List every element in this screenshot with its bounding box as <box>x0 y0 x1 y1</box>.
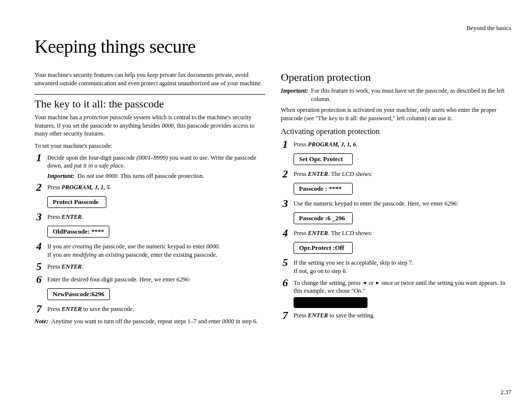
right-p1: When operation protection is activated o… <box>281 106 511 122</box>
step-number: 5 <box>34 261 43 272</box>
right-important: Important: For this feature to work, you… <box>281 87 511 103</box>
lcd-passcode-blank: Passcode : **** <box>294 183 353 195</box>
lcd-passcode-entry: Passcode :6 _296 <box>294 212 353 224</box>
step-number: 7 <box>281 310 290 321</box>
right-step-1: 1 Press PROGRAM, J, 1, 6. <box>281 139 511 150</box>
page-title: Keeping things secure <box>34 35 511 57</box>
right-step-6: 6 To change the setting, press ◄ or ► on… <box>281 277 511 295</box>
important-note: Important: Do not use 0000. This turns o… <box>47 172 265 180</box>
sub-heading-activating: Activating operation protection <box>281 127 511 136</box>
lead-text: To set your machine's passcode: <box>34 142 265 150</box>
step-number: 6 <box>34 274 43 285</box>
step-number: 1 <box>281 139 290 150</box>
right-arrow-icon: ► <box>375 279 380 286</box>
step-number: 4 <box>34 241 43 252</box>
lcd-set-opr-protect: Set Opr. Protect <box>294 153 353 165</box>
lcd-old-passcode: OldPasscode: **** <box>47 226 109 238</box>
left-column: Your machine's security features can hel… <box>34 71 265 325</box>
right-step-3: 3 Use the numeric keypad to enter the pa… <box>281 198 511 209</box>
left-arrow-icon: ◄ <box>362 279 367 286</box>
left-step-1: 1 Decide upon the four-digit passcode (0… <box>34 152 265 170</box>
lcd-opr-protect-off: Opr.Protect :Off <box>294 242 353 254</box>
lcd-protect-passcode: Protect Passcode <box>47 196 106 208</box>
step-number: 3 <box>281 198 290 209</box>
step-number: 4 <box>281 228 290 239</box>
left-step-5: 5 Press ENTER. <box>34 261 265 272</box>
left-step-7: 7 Press ENTER to save the passcode. <box>34 304 265 314</box>
lcd-redacted <box>294 297 367 308</box>
passcode-intro: Your machine has a protection passcode s… <box>34 113 265 138</box>
right-step-2: 2 Press ENTER. The LCD shows: <box>281 169 511 179</box>
intro-text: Your machine's security features can hel… <box>34 71 265 87</box>
step-number: 3 <box>34 211 43 222</box>
right-step-5: 5 If the setting you see is acceptable, … <box>281 257 511 275</box>
lcd-new-passcode: NewPasscode:6296 <box>47 288 110 300</box>
header-right: Beyond the basics <box>466 25 511 32</box>
step-number: 1 <box>34 152 43 163</box>
section-heading-operation: Operation protection <box>281 71 511 84</box>
divider <box>34 94 265 95</box>
left-step-6: 6 Enter the desired four-digit passcode.… <box>34 274 265 285</box>
section-heading-passcode: The key to it all: the passcode <box>34 98 265 110</box>
step-number: 7 <box>34 304 43 314</box>
left-step-3: 3 Press ENTER. <box>34 211 265 222</box>
right-column: Operation protection Important: For this… <box>281 71 511 325</box>
step-number: 6 <box>281 277 290 288</box>
step-number: 5 <box>281 257 290 268</box>
step-number: 2 <box>34 182 43 193</box>
right-step-7: 7 Press ENTER to save the setting. <box>281 310 511 321</box>
note: Note: Anytime you want to turn off the p… <box>34 317 265 326</box>
page-number: 2.37 <box>500 389 511 396</box>
step-number: 2 <box>281 169 290 179</box>
left-step-4: 4 If you are creating the passcode, use … <box>34 241 265 259</box>
left-step-2: 2 Press PROGRAM, J, 1, 5. <box>34 182 265 193</box>
right-step-4: 4 Press ENTER. The LCD shows: <box>281 228 511 239</box>
